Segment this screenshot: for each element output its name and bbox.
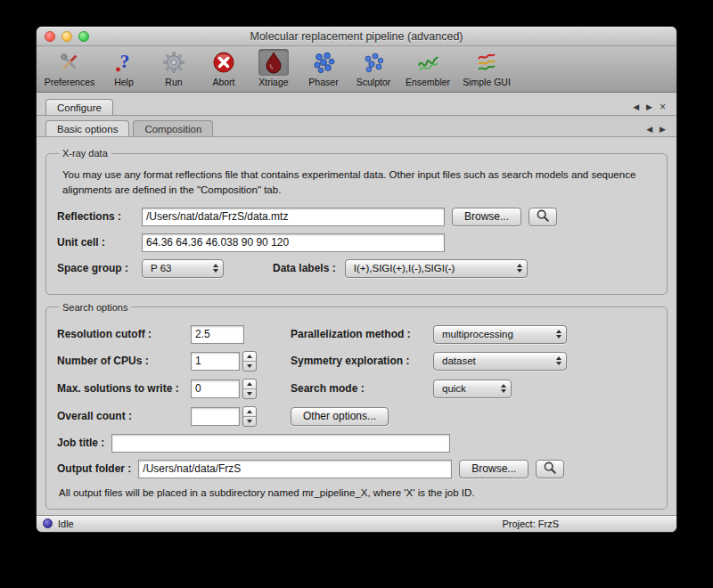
toolbar-phaser-label: Phaser [308,77,338,87]
number-of-cpus-input[interactable] [191,352,240,371]
sub-tab-row: Basic options Composition ◀ ▶ [37,116,676,137]
popup-arrows-icon [550,330,566,339]
status-bar: Idle Project: FrzS [37,515,676,532]
toolbar-preferences-label: Preferences [45,77,95,87]
zoom-button[interactable] [78,31,89,42]
popup-arrows-icon [495,384,511,393]
subtab-scroll-right-icon[interactable]: ▶ [660,126,666,134]
close-button[interactable] [45,31,55,42]
output-folder-input[interactable] [138,460,452,478]
svg-text:?: ? [120,51,130,72]
symmetry-exploration-label: Symmetry exploration : [291,355,433,367]
reflections-browse-button[interactable]: Browse... [452,208,521,226]
magnifier-icon [543,461,557,478]
status-indicator-icon [43,519,53,528]
unit-cell-label: Unit cell : [57,236,142,249]
run-icon [159,49,189,76]
toolbar-ensembler-label: Ensembler [406,77,450,87]
search-options-group: Search options Resolution cutoff : Paral… [45,302,668,510]
tab-basic-options-label: Basic options [57,124,118,135]
symmetry-exploration-popup[interactable]: dataset [433,352,567,371]
toolbar-simple-gui-label: Simple GUI [463,77,511,87]
toolbar-phaser[interactable]: Phaser [300,49,347,87]
tab-composition[interactable]: Composition [133,120,213,136]
project-label: Project: FrzS [502,519,559,529]
toolbar: Preferences ? Help [37,46,676,93]
job-title-input[interactable] [111,434,450,453]
main-tab-nav: ◀ ▶ × [633,102,671,115]
space-group-popup[interactable]: P 63 [142,259,224,278]
help-icon: ? [109,49,139,76]
job-title-label: Job title : [57,437,104,449]
output-folder-label: Output folder : [57,462,131,475]
phaser-icon [308,49,339,76]
output-footnote: All output files will be placed in a sub… [59,487,654,498]
tab-configure[interactable]: Configure [45,99,113,115]
xray-description: You may use any format reflections file … [62,167,640,199]
spin-up-icon[interactable] [243,352,256,362]
parallelization-method-value: multiprocessing [442,329,513,339]
tab-scroll-left-icon[interactable]: ◀ [633,103,639,111]
overall-count-stepper[interactable] [242,406,257,427]
spin-up-icon[interactable] [243,407,256,417]
tab-close-icon[interactable]: × [660,102,666,112]
main-tab-row: Configure ◀ ▶ × [37,93,676,116]
toolbar-sculptor-label: Sculptor [356,77,391,87]
resolution-cutoff-input[interactable] [191,325,244,344]
tab-scroll-right-icon[interactable]: ▶ [646,103,652,111]
overall-count-input[interactable] [191,407,240,426]
search-options-group-title: Search options [59,302,131,313]
toolbar-help-label: Help [114,77,134,87]
overall-count-label: Overall count : [57,410,191,422]
data-labels-label: Data labels : [273,262,336,274]
max-solutions-stepper[interactable] [242,379,257,399]
toolbar-abort-label: Abort [212,77,234,87]
cpus-stepper[interactable] [242,351,257,372]
window-title: Molecular replacement pipeline (advanced… [250,30,463,43]
parallelization-method-popup[interactable]: multiprocessing [433,325,567,344]
data-labels-popup[interactable]: I(+),SIGI(+),I(-),SIGI(-) [345,259,528,278]
toolbar-run-label: Run [165,77,182,87]
toolbar-run[interactable]: Run [151,49,197,87]
spin-down-icon[interactable] [243,417,256,426]
search-mode-popup[interactable]: quick [433,380,512,398]
status-text: Idle [58,519,74,529]
toolbar-simple-gui[interactable]: Simple GUI [459,49,514,87]
tab-composition-label: Composition [144,124,201,135]
output-folder-browse-button[interactable]: Browse... [459,460,529,478]
spin-down-icon[interactable] [243,362,256,371]
app-window: Molecular replacement pipeline (advanced… [37,27,676,532]
reflections-search-button[interactable] [529,208,557,226]
parallelization-method-label: Parallelization method : [291,328,433,340]
abort-icon [209,49,239,76]
popup-arrows-icon [207,264,223,273]
toolbar-xtriage[interactable]: Xtriage [250,49,297,87]
reflections-label: Reflections : [57,210,142,223]
resolution-cutoff-label: Resolution cutoff : [57,328,191,340]
toolbar-sculptor[interactable]: Sculptor [350,49,397,87]
toolbar-help[interactable]: ? Help [101,49,147,87]
tab-basic-options[interactable]: Basic options [45,120,129,136]
spin-down-icon[interactable] [243,389,256,398]
minimize-button[interactable] [61,31,72,42]
space-group-label: Space group : [57,262,142,274]
spin-up-icon[interactable] [243,380,256,389]
max-solutions-input[interactable] [191,380,240,398]
popup-arrows-icon [550,356,566,365]
sub-tab-nav: ◀ ▶ [646,126,671,136]
simple-gui-icon [471,49,502,76]
unit-cell-input[interactable] [142,233,445,252]
tab-configure-label: Configure [57,102,102,113]
titlebar[interactable]: Molecular replacement pipeline (advanced… [37,27,676,46]
traffic-lights [45,31,89,42]
toolbar-abort[interactable]: Abort [201,49,247,87]
other-options-button[interactable]: Other options... [291,407,389,426]
ensembler-icon [413,49,443,76]
toolbar-preferences[interactable]: Preferences [42,49,97,87]
subtab-scroll-left-icon[interactable]: ◀ [646,126,652,134]
output-folder-search-button[interactable] [536,460,564,478]
preferences-icon [54,49,85,76]
reflections-input[interactable] [142,208,445,226]
xray-data-group-title: X-ray data [59,148,111,159]
toolbar-ensembler[interactable]: Ensembler [400,49,455,87]
